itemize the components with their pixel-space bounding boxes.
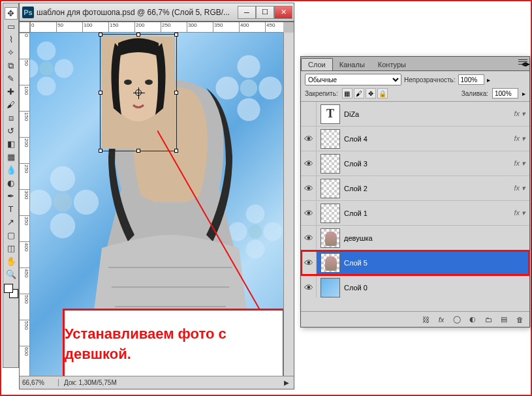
layer-thumbnail[interactable] (321, 253, 340, 273)
layer-visibility-icon[interactable] (301, 102, 317, 127)
statusbar-arrow-icon[interactable]: ▶ (282, 379, 291, 386)
3d-tool[interactable]: ◫ (5, 242, 18, 254)
transform-handle[interactable] (174, 149, 178, 153)
gradient-tool[interactable]: ▦ (5, 151, 18, 163)
brush-tool[interactable]: 🖌 (5, 99, 18, 111)
ruler-origin[interactable] (20, 22, 30, 33)
panel-tab-каналы[interactable]: Каналы (333, 59, 371, 70)
transform-handle[interactable] (99, 149, 102, 153)
layer-thumbnail[interactable] (321, 154, 340, 174)
layer-group-icon[interactable]: 🗀 (481, 314, 495, 326)
layer-thumbnail[interactable] (321, 129, 340, 149)
opacity-input[interactable]: 100% (458, 74, 484, 85)
layer-name[interactable]: Слой 4 (344, 135, 510, 143)
layer-fx-indicator[interactable]: fx ▾ (510, 159, 529, 168)
layer-visibility-icon[interactable]: 👁 (301, 251, 317, 275)
layer-visibility-icon[interactable]: 👁 (301, 201, 317, 226)
panel-tab-контуры[interactable]: Контуры (371, 59, 413, 70)
opacity-arrow-icon[interactable]: ▸ (487, 76, 490, 84)
blend-mode-select[interactable]: Обычные (305, 74, 401, 85)
layer-thumbnail[interactable] (321, 179, 340, 198)
fill-arrow-icon[interactable]: ▸ (522, 90, 525, 97)
layer-visibility-icon[interactable]: 👁 (301, 151, 317, 176)
wand-tool[interactable]: ✧ (5, 46, 18, 59)
color-swatches[interactable] (4, 284, 18, 298)
minimize-button[interactable]: ─ (238, 6, 256, 19)
layers-list[interactable]: DiZafx ▾👁Слой 4fx ▾👁Слой 3fx ▾👁Слой 2fx … (301, 102, 529, 297)
blur-tool[interactable]: 💧 (5, 164, 18, 176)
eraser-tool[interactable]: ◧ (5, 138, 18, 150)
layer-name[interactable]: DiZa (344, 110, 510, 118)
layer-row[interactable]: 👁Слой 2fx ▾ (301, 176, 529, 201)
hand-tool[interactable]: ✋ (5, 255, 18, 267)
close-button[interactable]: ✕ (274, 6, 292, 19)
canvas[interactable]: Устанавливаем фото с девшкой. (30, 33, 283, 376)
panel-menu-icon[interactable] (518, 58, 528, 66)
adjustment-layer-icon[interactable]: ◐ (465, 314, 480, 326)
transform-handle[interactable] (174, 91, 178, 95)
layer-thumbnail[interactable] (321, 228, 340, 248)
layer-row[interactable]: 👁Слой 1fx ▾ (301, 201, 529, 226)
shape-tool[interactable]: ▢ (5, 229, 18, 241)
layer-row[interactable]: DiZafx ▾ (301, 102, 529, 127)
new-layer-icon[interactable]: ▤ (497, 314, 511, 326)
layer-visibility-icon[interactable]: 👁 (301, 226, 317, 251)
layer-visibility-icon[interactable]: 👁 (301, 275, 317, 298)
ruler-vertical[interactable]: 050100150200250300350400450500550600 (20, 33, 30, 376)
layer-fx-indicator[interactable]: fx ▾ (510, 134, 529, 143)
fg-color-swatch[interactable] (4, 284, 13, 293)
layer-fx-indicator[interactable]: fx ▾ (510, 184, 529, 192)
layer-name[interactable]: Слой 1 (344, 209, 510, 217)
layer-mask-icon[interactable]: ◯ (450, 314, 464, 326)
document-titlebar[interactable]: Ps шаблон для фотошопа.psd @ 66,7% (Слой… (19, 3, 294, 22)
layer-fx-indicator[interactable]: fx ▾ (510, 110, 529, 118)
delete-layer-icon[interactable]: 🗑 (512, 314, 527, 326)
transform-handle[interactable] (99, 91, 102, 95)
zoom-tool[interactable]: 🔍 (5, 268, 18, 281)
layer-row[interactable]: 👁Слой 3fx ▾ (301, 151, 529, 176)
layer-name[interactable]: Слой 3 (344, 160, 510, 168)
layer-row[interactable]: 👁Слой 4fx ▾ (301, 127, 529, 151)
layer-visibility-icon[interactable]: 👁 (301, 127, 317, 151)
layer-name[interactable]: Слой 5 (344, 259, 529, 267)
transform-bounding-box[interactable] (100, 34, 177, 151)
layer-thumbnail[interactable] (321, 204, 340, 223)
layer-fx-indicator[interactable]: fx ▾ (510, 209, 529, 217)
layer-row[interactable]: 👁Слой 0 (301, 275, 529, 297)
zoom-field[interactable]: 66,67% (20, 379, 59, 386)
fill-input[interactable]: 100% (492, 88, 518, 99)
pen-tool[interactable]: ✒ (5, 190, 18, 202)
maximize-button[interactable]: ☐ (256, 6, 274, 19)
ruler-horizontal[interactable]: 050100150200250300350400450 (30, 22, 283, 33)
lock-pixels-icon[interactable]: 🖌 (354, 88, 364, 99)
stamp-tool[interactable]: ⧈ (5, 112, 18, 124)
layer-name[interactable]: Слой 0 (344, 284, 529, 292)
layer-name[interactable]: Слой 2 (344, 185, 510, 192)
panel-tab-слои[interactable]: Слои (301, 58, 333, 70)
transform-handle[interactable] (99, 33, 102, 37)
transform-handle[interactable] (136, 33, 140, 37)
eyedropper-tool[interactable]: ✎ (5, 72, 18, 85)
path-tool[interactable]: ↗ (5, 216, 18, 228)
layer-name[interactable]: девушка (344, 234, 529, 242)
move-tool[interactable]: ✥ (5, 7, 18, 20)
lock-all-icon[interactable]: 🔒 (377, 88, 388, 99)
layer-visibility-icon[interactable]: 👁 (301, 176, 317, 201)
transform-handle[interactable] (136, 149, 140, 153)
type-tool[interactable]: T (5, 203, 18, 215)
scrollbar-vertical[interactable] (283, 33, 294, 376)
transform-handle[interactable] (174, 33, 178, 37)
lock-transparency-icon[interactable]: ▦ (342, 88, 352, 99)
history-brush-tool[interactable]: ↺ (5, 125, 18, 137)
transform-center[interactable] (135, 89, 142, 96)
lasso-tool[interactable]: ⌇ (5, 33, 18, 46)
marquee-tool[interactable]: ▭ (5, 20, 18, 33)
layer-thumbnail[interactable] (321, 104, 340, 124)
dodge-tool[interactable]: ◐ (5, 177, 18, 189)
lock-position-icon[interactable]: ✥ (366, 88, 376, 99)
layer-row[interactable]: 👁Слой 5 (301, 251, 529, 275)
crop-tool[interactable]: ⧉ (5, 59, 18, 72)
layer-row[interactable]: 👁девушка (301, 226, 529, 251)
layer-fx-icon[interactable]: fx (434, 314, 448, 326)
layer-thumbnail[interactable] (321, 278, 340, 297)
